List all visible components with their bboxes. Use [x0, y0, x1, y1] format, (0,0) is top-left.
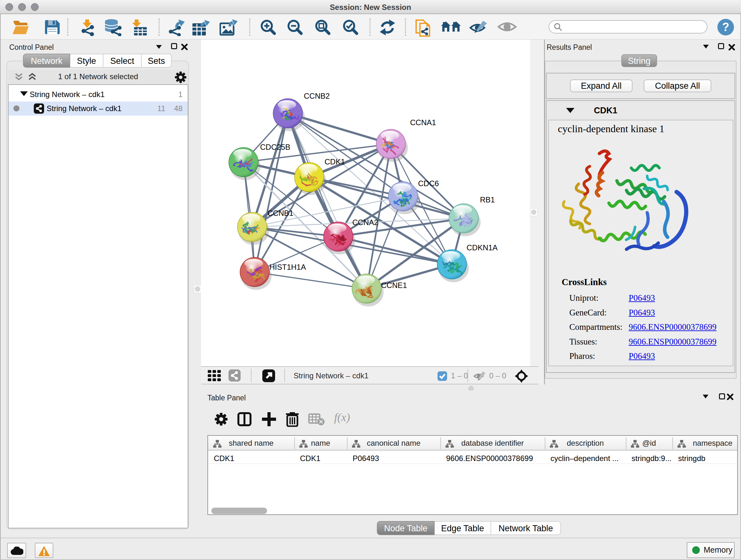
- svg-text:CCNB2: CCNB2: [304, 91, 330, 100]
- svg-text:CCNB1: CCNB1: [267, 209, 293, 217]
- svg-text:RB1: RB1: [480, 195, 495, 204]
- svg-text:CCNA1: CCNA1: [410, 118, 436, 127]
- svg-text:CDC25B: CDC25B: [260, 143, 290, 151]
- svg-text:CCNE1: CCNE1: [381, 281, 407, 290]
- svg-text:CDKN1A: CDKN1A: [467, 243, 497, 252]
- svg-text:CCNA2: CCNA2: [352, 218, 378, 227]
- svg-text:CDK1: CDK1: [325, 158, 345, 166]
- svg-text:CDC6: CDC6: [418, 179, 439, 188]
- svg-text:HIST1H1A: HIST1H1A: [269, 263, 306, 271]
- svg-text:?: ?: [722, 20, 729, 34]
